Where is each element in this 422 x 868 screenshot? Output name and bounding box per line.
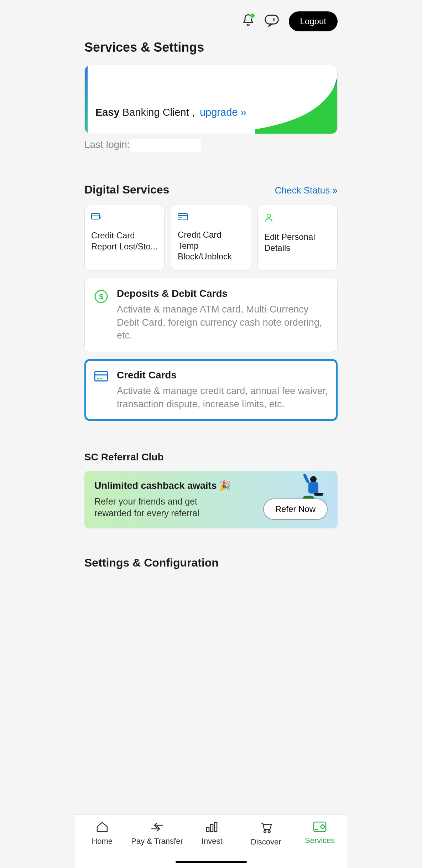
- svg-rect-11: [95, 372, 108, 381]
- dollar-circle-icon: $: [94, 289, 108, 342]
- card-title: Credit Cards: [117, 370, 328, 381]
- svg-rect-5: [178, 213, 187, 220]
- services-icon: [313, 821, 327, 832]
- svg-point-15: [310, 476, 317, 482]
- hero-wave-graphic: [255, 77, 337, 134]
- nav-label: Pay & Transfer: [131, 837, 183, 846]
- svg-rect-0: [265, 15, 278, 24]
- logout-button[interactable]: Logout: [289, 11, 338, 31]
- chat-icon: [265, 14, 279, 27]
- nav-label: Services: [305, 836, 335, 845]
- svg-rect-21: [210, 825, 213, 832]
- notification-dot: [250, 13, 255, 19]
- card-icon: [178, 213, 244, 222]
- tile-edit-personal[interactable]: Edit Personal Details: [257, 205, 338, 270]
- referral-section-title: SC Referral Club: [84, 451, 338, 463]
- chart-icon: [205, 821, 219, 833]
- svg-rect-22: [214, 822, 217, 832]
- party-emoji-icon: 🎉: [219, 480, 231, 491]
- svg-rect-19: [314, 493, 323, 496]
- settings-config-title: Settings & Configuration: [84, 556, 338, 569]
- svg-rect-7: [179, 217, 182, 218]
- card-desc: Activate & manage ATM card, Multi-Curren…: [117, 303, 328, 342]
- page-title: Services & Settings: [84, 40, 338, 55]
- svg-rect-16: [308, 482, 318, 494]
- tile-label: Credit Card Report Lost/Sto...: [91, 230, 158, 252]
- card-title: Deposits & Debit Cards: [117, 288, 328, 299]
- digital-services-title: Digital Services: [84, 183, 169, 196]
- nav-home[interactable]: Home: [77, 821, 127, 847]
- home-indicator[interactable]: [176, 861, 247, 863]
- svg-point-23: [264, 831, 266, 833]
- transfer-icon: [150, 821, 165, 833]
- referral-banner[interactable]: Unlimited cashback awaits🎉 Refer your fr…: [84, 471, 338, 528]
- nav-label: Discover: [251, 837, 281, 847]
- tiles-row: ? Credit Card Report Lost/Sto... Credit …: [84, 205, 338, 270]
- upgrade-link[interactable]: upgrade »: [200, 107, 246, 118]
- nav-label: Home: [92, 837, 113, 846]
- nav-label: Invest: [202, 837, 223, 846]
- credit-card-icon: [94, 371, 108, 410]
- check-status-link[interactable]: Check Status »: [275, 185, 338, 196]
- svg-rect-20: [207, 827, 209, 832]
- notifications-button[interactable]: [242, 14, 255, 29]
- svg-rect-2: [92, 213, 99, 219]
- top-bar: Logout: [84, 9, 338, 40]
- card-deposits-debit[interactable]: $ Deposits & Debit Cards Activate & mana…: [84, 278, 338, 352]
- home-icon: [96, 821, 109, 833]
- nav-pay-transfer[interactable]: Pay & Transfer: [131, 821, 183, 847]
- hero-accent-stripe: [85, 65, 88, 134]
- chat-button[interactable]: [265, 14, 279, 29]
- nav-services[interactable]: Services: [295, 821, 345, 847]
- tile-label: Credit Card Temp Block/Unblock: [178, 229, 244, 262]
- svg-rect-17: [303, 474, 309, 484]
- svg-text:?: ?: [99, 215, 101, 220]
- card-credit-cards[interactable]: Credit Cards Activate & manage credit ca…: [84, 359, 338, 421]
- last-login-value-redacted: [130, 139, 201, 152]
- hero-text: Easy Banking Client , upgrade »: [95, 107, 327, 118]
- person-icon: [264, 213, 331, 224]
- svg-point-27: [321, 825, 324, 828]
- svg-point-24: [268, 831, 270, 833]
- tile-label: Edit Personal Details: [264, 232, 331, 253]
- last-login: Last login:: [84, 139, 338, 152]
- tile-temp-block[interactable]: Credit Card Temp Block/Unblock: [171, 205, 251, 270]
- nav-discover[interactable]: Discover: [241, 821, 291, 847]
- svg-point-8: [267, 214, 271, 218]
- card-question-icon: ?: [91, 213, 158, 222]
- referral-subtitle: Refer your friends and get rewarded for …: [94, 496, 215, 519]
- tile-report-lost[interactable]: ? Credit Card Report Lost/Sto...: [84, 205, 165, 270]
- svg-text:$: $: [99, 292, 103, 301]
- bottom-nav: Home Pay & Transfer Invest Discover Serv…: [75, 814, 347, 868]
- refer-now-button[interactable]: Refer Now: [263, 498, 328, 520]
- cart-icon: [259, 821, 273, 834]
- nav-invest[interactable]: Invest: [187, 821, 237, 847]
- card-desc: Activate & manage credit card, annual fe…: [117, 384, 328, 410]
- hero-card[interactable]: Easy Banking Client , upgrade »: [84, 65, 338, 134]
